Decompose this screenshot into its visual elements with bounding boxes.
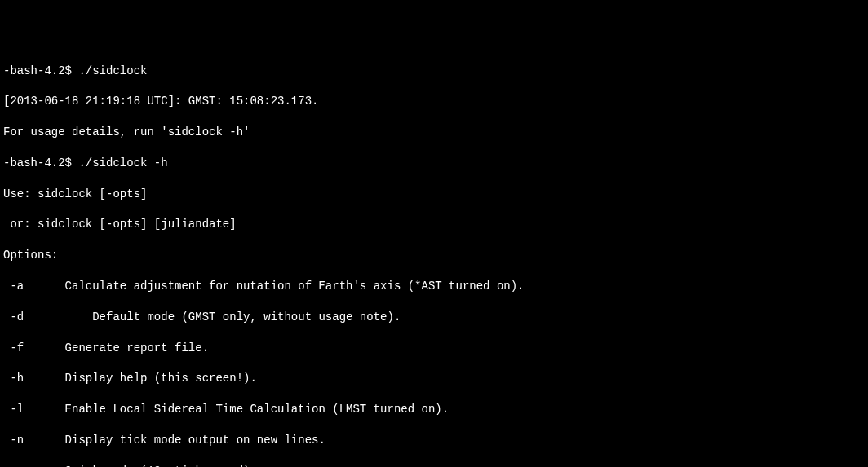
output-line: Use: sidclock [-opts] — [3, 187, 865, 202]
output-line: -l Enable Local Sidereal Time Calculatio… — [3, 402, 865, 417]
output-line: For usage details, run 'sidclock -h' — [3, 125, 865, 140]
prompt-line-2[interactable]: -bash-4.2$ ./sidclock -h — [3, 156, 865, 171]
output-line: -q Quick mode (10x tick speed). — [3, 464, 865, 467]
output-line: -n Display tick mode output on new lines… — [3, 433, 865, 448]
output-line: -a Calculate adjustment for nutation of … — [3, 279, 865, 294]
output-line: Options: — [3, 248, 865, 263]
output-line: -h Display help (this screen!). — [3, 371, 865, 386]
prompt-line-1[interactable]: -bash-4.2$ ./sidclock — [3, 64, 865, 79]
output-line: or: sidclock [-opts] [juliandate] — [3, 217, 865, 232]
output-line: [2013-06-18 21:19:18 UTC]: GMST: 15:08:2… — [3, 94, 865, 109]
output-line: -d Default mode (GMST only, without usag… — [3, 310, 865, 325]
output-line: -f Generate report file. — [3, 341, 865, 356]
